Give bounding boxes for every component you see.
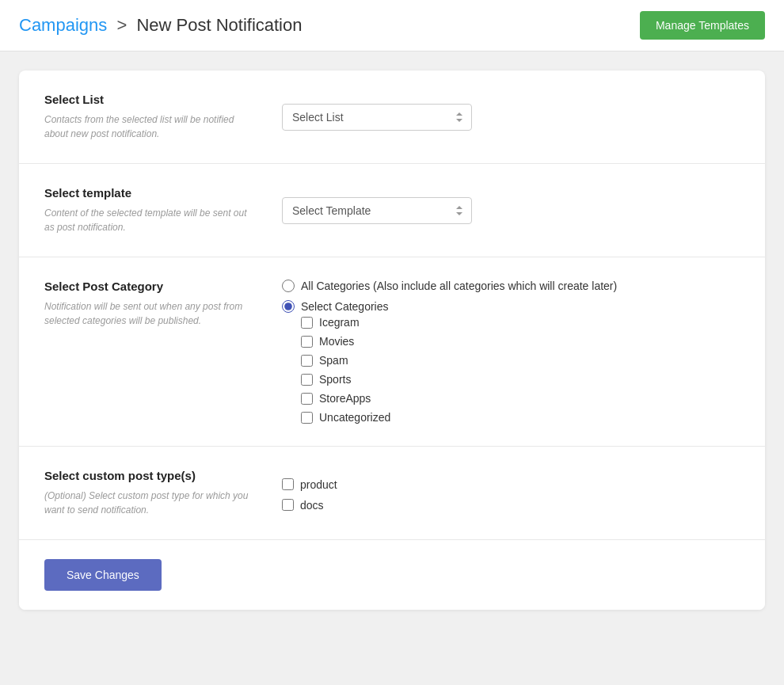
form-footer: Save Changes <box>19 540 765 610</box>
select-list-control: Select List <box>282 93 740 141</box>
category-icegram[interactable]: Icegram <box>301 316 740 329</box>
select-list-title: Select List <box>44 93 250 106</box>
icegram-checkbox[interactable] <box>301 317 313 329</box>
select-category-section: Select Post Category Notification will b… <box>19 257 765 447</box>
main-content: Select List Contacts from the selected l… <box>0 51 784 629</box>
category-uncategorized[interactable]: Uncategorized <box>301 411 740 424</box>
select-categories-label: Select Categories <box>301 300 389 313</box>
spam-checkbox[interactable] <box>301 355 313 367</box>
uncategorized-label: Uncategorized <box>319 411 390 424</box>
select-post-type-desc: (Optional) Select custom post type for w… <box>44 489 250 517</box>
category-storeapps[interactable]: StoreApps <box>301 392 740 405</box>
select-category-desc: Notification will be sent out when any p… <box>44 299 250 328</box>
spam-label: Spam <box>319 354 348 367</box>
page-header: Campaigns > New Post Notification Manage… <box>0 0 784 51</box>
product-label: product <box>300 478 337 491</box>
breadcrumb: Campaigns > New Post Notification <box>19 15 302 36</box>
select-list-section: Select List Contacts from the selected l… <box>19 70 765 164</box>
icegram-label: Icegram <box>319 316 360 329</box>
select-template-section: Select template Content of the selected … <box>19 164 765 257</box>
campaigns-link[interactable]: Campaigns <box>19 15 107 35</box>
select-list-desc: Contacts from the selected list will be … <box>44 112 250 141</box>
select-post-type-section: Select custom post type(s) (Optional) Se… <box>19 447 765 540</box>
select-category-control: All Categories (Also include all categor… <box>282 280 740 424</box>
post-type-docs[interactable]: docs <box>282 499 740 512</box>
category-sports[interactable]: Sports <box>301 373 740 386</box>
all-categories-radio[interactable] <box>282 280 295 292</box>
select-template-label-col: Select template Content of the selected … <box>44 186 250 234</box>
select-category-title: Select Post Category <box>44 280 250 293</box>
select-post-type-control: product docs <box>282 469 740 517</box>
breadcrumb-separator: > <box>116 15 127 35</box>
select-post-type-title: Select custom post type(s) <box>44 469 250 482</box>
select-categories-radio[interactable] <box>282 300 295 313</box>
select-template-desc: Content of the selected template will be… <box>44 206 250 234</box>
storeapps-label: StoreApps <box>319 392 371 405</box>
category-spam[interactable]: Spam <box>301 354 740 367</box>
post-type-product[interactable]: product <box>282 478 740 491</box>
form-card: Select List Contacts from the selected l… <box>19 70 765 610</box>
page-title: New Post Notification <box>136 15 302 35</box>
select-list-label-col: Select List Contacts from the selected l… <box>44 93 250 141</box>
save-changes-button[interactable]: Save Changes <box>44 559 162 591</box>
select-template-control: Select Template <box>282 186 740 234</box>
select-categories-option[interactable]: Select Categories <box>282 300 740 313</box>
category-radio-group: All Categories (Also include all categor… <box>282 280 740 313</box>
all-categories-label: All Categories (Also include all categor… <box>301 280 617 292</box>
storeapps-checkbox[interactable] <box>301 393 313 405</box>
uncategorized-checkbox[interactable] <box>301 412 313 424</box>
categories-checkbox-group: Icegram Movies Spam Sports <box>301 316 740 424</box>
all-categories-option[interactable]: All Categories (Also include all categor… <box>282 280 740 292</box>
select-template-dropdown[interactable]: Select Template <box>282 197 472 224</box>
product-checkbox[interactable] <box>282 478 294 490</box>
docs-checkbox[interactable] <box>282 499 294 511</box>
movies-label: Movies <box>319 335 354 348</box>
select-category-label-col: Select Post Category Notification will b… <box>44 280 250 424</box>
movies-checkbox[interactable] <box>301 336 313 348</box>
sports-label: Sports <box>319 373 351 386</box>
select-template-title: Select template <box>44 186 250 200</box>
category-movies[interactable]: Movies <box>301 335 740 348</box>
sports-checkbox[interactable] <box>301 374 313 386</box>
manage-templates-button[interactable]: Manage Templates <box>640 11 765 40</box>
docs-label: docs <box>300 499 324 512</box>
select-list-dropdown[interactable]: Select List <box>282 104 472 131</box>
select-post-type-label-col: Select custom post type(s) (Optional) Se… <box>44 469 250 517</box>
post-type-checkbox-group: product docs <box>282 478 740 512</box>
